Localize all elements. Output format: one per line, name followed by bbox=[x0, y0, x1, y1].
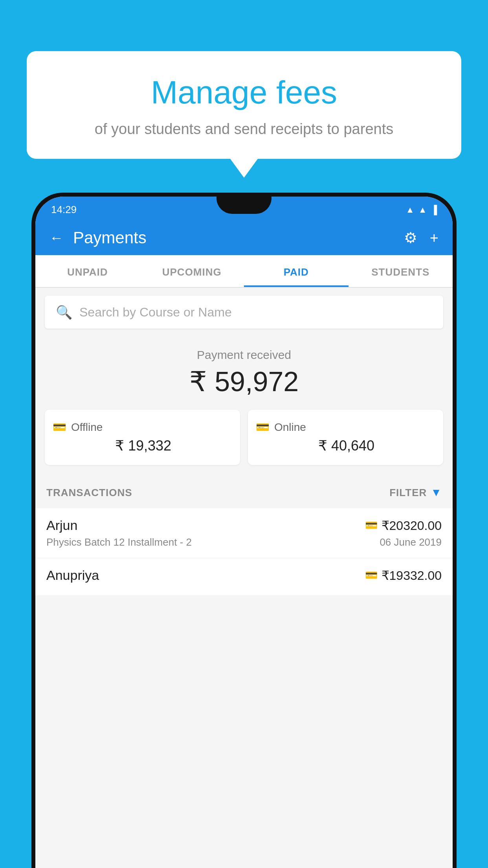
transaction-row-bottom: Physics Batch 12 Installment - 2 06 June… bbox=[46, 536, 442, 548]
transaction-amount-2: ₹19332.00 bbox=[382, 568, 442, 583]
status-icons: ▲ ▲ ▐ bbox=[406, 205, 437, 215]
offline-amount: ₹ 19,332 bbox=[53, 438, 232, 454]
settings-icon[interactable]: ⚙ bbox=[404, 229, 417, 246]
table-row[interactable]: Arjun 💳 ₹20320.00 Physics Batch 12 Insta… bbox=[35, 508, 453, 558]
app-bar-left: ← Payments bbox=[50, 228, 147, 247]
transaction-row-top-2: Anupriya 💳 ₹19332.00 bbox=[46, 568, 442, 583]
transactions-header: TRANSACTIONS FILTER ▼ bbox=[35, 477, 453, 508]
phone-frame: 14:29 ▲ ▲ ▐ ← Payments ⚙ + bbox=[31, 193, 457, 868]
phone-inner: 14:29 ▲ ▲ ▐ ← Payments ⚙ + bbox=[35, 197, 453, 868]
payment-summary: Payment received ₹ 59,972 💳 Offline ₹ 19… bbox=[35, 337, 453, 477]
filter-container[interactable]: FILTER ▼ bbox=[389, 486, 442, 499]
transaction-row-top: Arjun 💳 ₹20320.00 bbox=[46, 518, 442, 533]
table-row[interactable]: Anupriya 💳 ₹19332.00 bbox=[35, 558, 453, 596]
tab-unpaid[interactable]: UNPAID bbox=[35, 255, 140, 287]
online-payment-card: 💳 Online ₹ 40,640 bbox=[248, 410, 443, 465]
status-bar: 14:29 ▲ ▲ ▐ bbox=[35, 197, 453, 221]
app-bar: ← Payments ⚙ + bbox=[35, 221, 453, 255]
transaction-description: Physics Batch 12 Installment - 2 bbox=[46, 536, 192, 548]
search-container: 🔍 Search by Course or Name bbox=[35, 288, 453, 337]
speech-bubble: Manage fees of your students and send re… bbox=[27, 51, 461, 159]
offline-payment-icon: 💳 bbox=[365, 569, 378, 581]
offline-card-header: 💳 Offline bbox=[53, 421, 232, 434]
online-card-header: 💳 Online bbox=[256, 421, 435, 434]
screen-content: 14:29 ▲ ▲ ▐ ← Payments ⚙ + bbox=[35, 197, 453, 868]
tab-students[interactable]: STUDENTS bbox=[349, 255, 453, 287]
online-amount: ₹ 40,640 bbox=[256, 438, 435, 454]
phone-notch bbox=[216, 197, 272, 214]
online-icon: 💳 bbox=[256, 421, 270, 434]
offline-payment-card: 💳 Offline ₹ 19,332 bbox=[45, 410, 240, 465]
transactions-label: TRANSACTIONS bbox=[46, 487, 132, 499]
online-label: Online bbox=[274, 421, 306, 434]
app-bar-right: ⚙ + bbox=[404, 229, 438, 246]
app-bar-title: Payments bbox=[73, 228, 147, 247]
filter-icon: ▼ bbox=[431, 486, 442, 499]
status-time: 14:29 bbox=[51, 204, 77, 216]
transaction-name: Arjun bbox=[46, 518, 77, 533]
transaction-amount: ₹20320.00 bbox=[382, 518, 442, 533]
payment-received-label: Payment received bbox=[35, 348, 453, 362]
tabs-container: UNPAID UPCOMING PAID STUDENTS bbox=[35, 255, 453, 288]
filter-label: FILTER bbox=[389, 487, 427, 499]
offline-icon: 💳 bbox=[53, 421, 66, 434]
transaction-amount-container-2: 💳 ₹19332.00 bbox=[365, 568, 442, 583]
search-placeholder: Search by Course or Name bbox=[79, 305, 232, 320]
payment-cards: 💳 Offline ₹ 19,332 💳 Online ₹ 40,640 bbox=[35, 410, 453, 465]
add-icon[interactable]: + bbox=[430, 230, 438, 246]
transaction-amount-container: 💳 ₹20320.00 bbox=[365, 518, 442, 533]
search-bar[interactable]: 🔍 Search by Course or Name bbox=[45, 296, 443, 329]
tab-upcoming[interactable]: UPCOMING bbox=[140, 255, 244, 287]
transaction-name-2: Anupriya bbox=[46, 568, 99, 583]
signal-icon: ▲ bbox=[418, 205, 427, 215]
search-icon: 🔍 bbox=[56, 304, 72, 320]
wifi-icon: ▲ bbox=[406, 205, 415, 215]
back-button[interactable]: ← bbox=[50, 230, 64, 246]
tab-paid[interactable]: PAID bbox=[244, 255, 349, 287]
speech-bubble-container: Manage fees of your students and send re… bbox=[27, 51, 461, 159]
bubble-title: Manage fees bbox=[42, 75, 446, 110]
card-payment-icon: 💳 bbox=[365, 519, 378, 531]
bubble-subtitle: of your students and send receipts to pa… bbox=[42, 120, 446, 139]
transaction-date: 06 June 2019 bbox=[380, 536, 442, 548]
payment-total-amount: ₹ 59,972 bbox=[35, 366, 453, 398]
offline-label: Offline bbox=[71, 421, 103, 434]
battery-icon: ▐ bbox=[431, 205, 437, 215]
